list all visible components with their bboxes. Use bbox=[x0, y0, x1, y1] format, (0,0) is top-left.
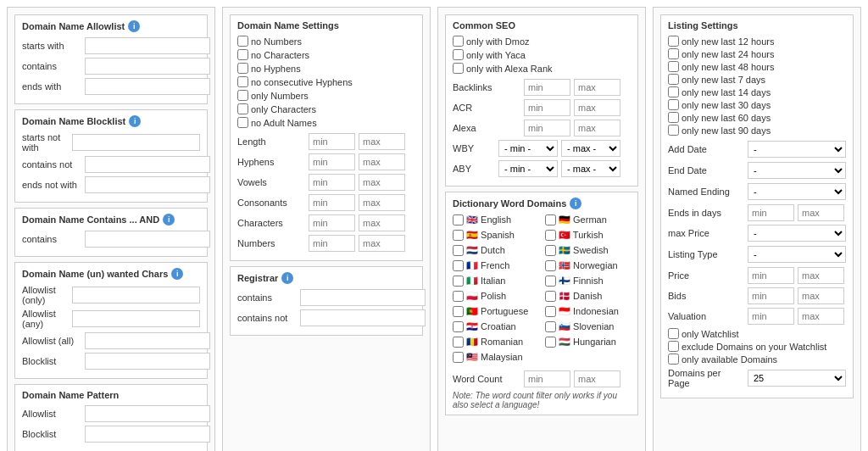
contains-and-input[interactable] bbox=[85, 231, 210, 248]
checkbox-lang-italian[interactable] bbox=[453, 276, 464, 287]
checkbox-new_12h[interactable] bbox=[668, 36, 679, 47]
add-date-select[interactable]: - bbox=[748, 141, 846, 158]
starts-with-input[interactable] bbox=[85, 37, 210, 54]
checkbox-lang-indonesian[interactable] bbox=[545, 306, 556, 317]
checkbox-no_numbers[interactable] bbox=[237, 36, 248, 47]
contains-not-input[interactable] bbox=[85, 156, 210, 173]
checkbox-new_7d[interactable] bbox=[668, 74, 679, 85]
checkbox-exclude_watchlist[interactable] bbox=[668, 341, 679, 352]
registrar-contains-not-input[interactable] bbox=[300, 309, 426, 326]
checkbox-lang-slovenian[interactable] bbox=[545, 321, 556, 332]
checkbox-no_hyphens[interactable] bbox=[237, 63, 248, 74]
checkbox-only_watchlist[interactable] bbox=[668, 328, 679, 339]
wby-max-select[interactable]: - max - bbox=[561, 140, 620, 157]
characters-min-input[interactable] bbox=[309, 214, 355, 231]
named-ending-select[interactable]: - bbox=[748, 183, 846, 200]
alexa-min-input[interactable] bbox=[524, 120, 570, 136]
acr-max-input[interactable] bbox=[574, 99, 620, 116]
word-count-max-input[interactable] bbox=[574, 370, 620, 387]
checkbox-lang-hungarian[interactable] bbox=[545, 337, 556, 348]
characters-max-input[interactable] bbox=[359, 214, 405, 231]
backlinks-min-input[interactable] bbox=[524, 79, 570, 96]
checkbox-lang-finnish[interactable] bbox=[545, 276, 556, 287]
checkbox-new_14d[interactable] bbox=[668, 86, 679, 97]
checkbox-new_90d[interactable] bbox=[668, 125, 679, 136]
checkbox-no_characters[interactable] bbox=[237, 49, 248, 60]
checkbox-lang-portuguese[interactable] bbox=[453, 306, 464, 317]
alexa-max-input[interactable] bbox=[574, 120, 620, 136]
hyphens-min-input[interactable] bbox=[309, 153, 355, 170]
bids-min-input[interactable] bbox=[748, 287, 794, 304]
checkbox-lang-english[interactable] bbox=[453, 214, 464, 226]
allowlist-only-input[interactable] bbox=[72, 287, 200, 303]
checkbox-new_60d[interactable] bbox=[668, 112, 679, 123]
blocklist-info-icon[interactable]: i bbox=[129, 115, 141, 127]
checkbox-lang-swedish[interactable] bbox=[545, 245, 556, 256]
checkbox-new_30d[interactable] bbox=[668, 99, 679, 110]
backlinks-max-input[interactable] bbox=[574, 79, 620, 96]
checkbox-new_48h[interactable] bbox=[668, 61, 679, 72]
allowlist-info-icon[interactable]: i bbox=[128, 20, 140, 32]
checkbox-only_numbers[interactable] bbox=[237, 90, 248, 101]
unwanted-info-icon[interactable]: i bbox=[171, 268, 183, 280]
contains-and-info-icon[interactable]: i bbox=[163, 214, 175, 226]
registrar-contains-input[interactable] bbox=[300, 289, 426, 306]
hyphens-max-input[interactable] bbox=[359, 153, 405, 170]
ends-with-input[interactable] bbox=[85, 78, 210, 95]
checkbox-lang-dutch[interactable] bbox=[453, 245, 464, 256]
valuation-max-input[interactable] bbox=[798, 308, 844, 325]
checkbox-only_alexa_rank[interactable] bbox=[453, 63, 464, 74]
price-max-input[interactable] bbox=[798, 267, 844, 284]
starts-not-with-input[interactable] bbox=[72, 134, 200, 151]
word-count-min-input[interactable] bbox=[524, 370, 570, 387]
bids-max-input[interactable] bbox=[798, 287, 844, 304]
length-min-input[interactable] bbox=[309, 133, 355, 150]
blocklist-input[interactable] bbox=[85, 353, 210, 370]
checkbox-lang-malaysian[interactable] bbox=[453, 352, 464, 363]
allowlist-any-input[interactable] bbox=[72, 310, 200, 327]
ends-in-days-min-input[interactable] bbox=[748, 204, 794, 221]
numbers-max-input[interactable] bbox=[359, 235, 405, 252]
consonants-min-input[interactable] bbox=[309, 194, 355, 211]
vowels-min-input[interactable] bbox=[309, 174, 355, 191]
contains-input[interactable] bbox=[85, 58, 210, 75]
wby-min-select[interactable]: - min - bbox=[498, 140, 558, 157]
numbers-min-input[interactable] bbox=[309, 235, 355, 252]
checkbox-only_yaca[interactable] bbox=[453, 49, 464, 60]
domain-settings-checkbox-row-0: no Numbers bbox=[237, 36, 415, 47]
aby-min-select[interactable]: - min - bbox=[498, 160, 558, 177]
checkbox-lang-norwegian[interactable] bbox=[545, 260, 556, 271]
checkbox-lang-romanian[interactable] bbox=[453, 337, 464, 348]
checkbox-no_adult_names[interactable] bbox=[237, 117, 248, 128]
end-date-select[interactable]: - bbox=[748, 162, 846, 179]
price-min-input[interactable] bbox=[748, 267, 794, 284]
vowels-max-input[interactable] bbox=[359, 174, 405, 191]
max-price-select[interactable]: - bbox=[748, 225, 846, 242]
allowlist-all-input[interactable] bbox=[85, 332, 210, 349]
checkbox-lang-danish[interactable] bbox=[545, 291, 556, 302]
listing-type-select[interactable]: - bbox=[748, 246, 846, 263]
checkbox-lang-croatian[interactable] bbox=[453, 321, 464, 332]
domains-per-page-select[interactable]: 25 50 100 bbox=[748, 370, 846, 387]
aby-max-select[interactable]: - max - bbox=[561, 160, 620, 177]
pattern-allowlist-input[interactable] bbox=[85, 405, 210, 422]
valuation-min-input[interactable] bbox=[748, 308, 794, 325]
checkbox-lang-turkish[interactable] bbox=[545, 230, 556, 241]
checkbox-lang-spanish[interactable] bbox=[453, 230, 464, 241]
ends-in-days-max-input[interactable] bbox=[798, 204, 844, 221]
checkbox-only_available[interactable] bbox=[668, 354, 679, 365]
length-max-input[interactable] bbox=[359, 133, 405, 150]
consonants-max-input[interactable] bbox=[359, 194, 405, 211]
checkbox-only_characters[interactable] bbox=[237, 103, 248, 114]
checkbox-new_24h[interactable] bbox=[668, 48, 679, 59]
checkbox-no_consec_hyphens[interactable] bbox=[237, 76, 248, 87]
ends-not-with-input[interactable] bbox=[85, 176, 210, 193]
checkbox-lang-german[interactable] bbox=[545, 214, 556, 226]
pattern-blocklist-input[interactable] bbox=[85, 426, 210, 443]
registrar-info-icon[interactable]: i bbox=[281, 272, 293, 284]
checkbox-lang-french[interactable] bbox=[453, 260, 464, 271]
acr-min-input[interactable] bbox=[524, 99, 570, 116]
checkbox-lang-polish[interactable] bbox=[453, 291, 464, 302]
checkbox-only_dmoz[interactable] bbox=[453, 36, 464, 47]
dict-info-icon[interactable]: i bbox=[570, 198, 581, 209]
